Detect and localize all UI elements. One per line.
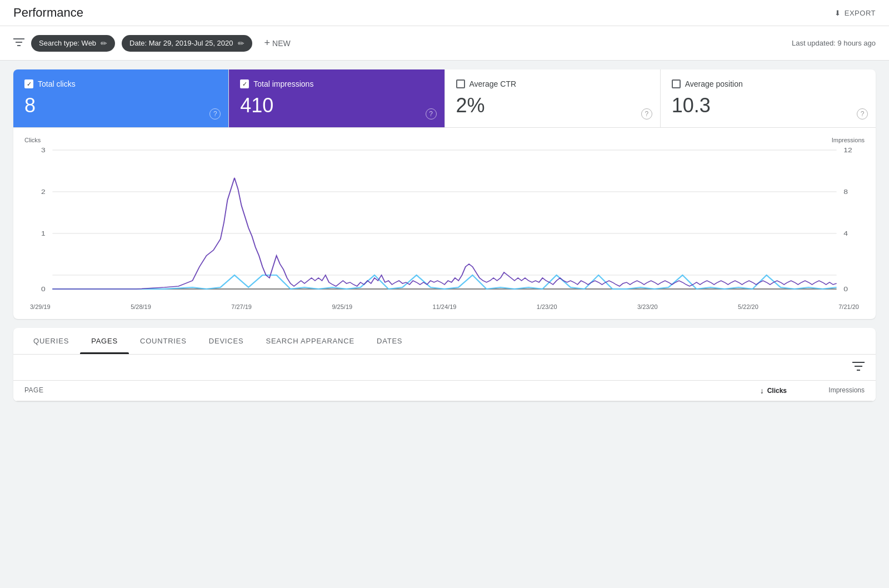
average-ctr-label: Average CTR — [470, 79, 517, 88]
average-position-checkbox[interactable] — [672, 79, 681, 88]
average-ctr-checkbox[interactable] — [456, 79, 465, 88]
table-header-row: Page ↓ Clicks Impressions — [13, 381, 876, 401]
x-label-0: 3/29/19 — [30, 303, 51, 310]
metric-total-clicks[interactable]: Total clicks 8 ? — [13, 69, 229, 127]
sort-filter-icon[interactable] — [852, 361, 865, 373]
tab-pages[interactable]: PAGES — [80, 328, 129, 354]
x-label-3: 9/25/19 — [332, 303, 352, 310]
chart-container: 3 2 1 0 12 8 4 0 — [24, 144, 865, 300]
metrics-card: Total clicks 8 ? Total impressions 410 ?… — [13, 69, 876, 319]
svg-text:0: 0 — [41, 286, 46, 292]
date-filter[interactable]: Date: Mar 29, 2019-Jul 25, 2020 ✏ — [122, 35, 252, 52]
col-impressions-header: Impressions — [787, 386, 865, 395]
chart-x-labels: 3/29/19 5/28/19 7/27/19 9/25/19 11/24/19… — [24, 303, 865, 310]
tab-search-appearance[interactable]: SEARCH APPEARANCE — [254, 328, 366, 354]
main-content: Total clicks 8 ? Total impressions 410 ?… — [0, 69, 889, 415]
average-position-value: 10.3 — [672, 94, 865, 117]
metric-average-ctr[interactable]: Average CTR 2% ? — [445, 69, 661, 127]
total-clicks-value: 8 — [24, 94, 217, 117]
total-impressions-value: 410 — [240, 94, 433, 117]
plus-icon: + — [264, 37, 271, 49]
chart-area: Clicks Impressions 3 2 1 0 1 — [13, 128, 876, 319]
filter-bar: Search type: Web ✏ Date: Mar 29, 2019-Ju… — [0, 26, 889, 61]
svg-text:1: 1 — [41, 230, 46, 237]
x-label-1: 5/28/19 — [131, 303, 151, 310]
table-toolbar — [13, 355, 876, 381]
svg-text:12: 12 — [843, 147, 852, 153]
average-ctr-info[interactable]: ? — [641, 108, 652, 119]
chart-y-right-label: Impressions — [832, 137, 865, 143]
x-label-4: 11/24/19 — [433, 303, 457, 310]
total-clicks-label: Total clicks — [38, 79, 76, 88]
x-label-6: 3/23/20 — [637, 303, 658, 310]
total-clicks-info[interactable]: ? — [209, 108, 221, 119]
total-clicks-checkbox[interactable] — [24, 79, 33, 88]
average-position-info[interactable]: ? — [857, 108, 868, 119]
svg-text:2: 2 — [41, 188, 46, 195]
x-label-7: 5/22/20 — [738, 303, 758, 310]
metrics-row: Total clicks 8 ? Total impressions 410 ?… — [13, 69, 876, 128]
last-updated: Last updated: 9 hours ago — [792, 39, 876, 47]
svg-text:8: 8 — [843, 188, 848, 195]
search-type-filter[interactable]: Search type: Web ✏ — [31, 35, 115, 52]
sort-arrow-down: ↓ — [760, 386, 764, 395]
top-bar: Performance ⬇ EXPORT — [0, 0, 889, 26]
x-label-8: 7/21/20 — [838, 303, 859, 310]
chart-svg: 3 2 1 0 12 8 4 0 — [24, 144, 865, 300]
average-ctr-value: 2% — [456, 94, 649, 117]
tab-dates[interactable]: DATES — [366, 328, 413, 354]
svg-text:0: 0 — [843, 286, 848, 292]
tab-queries[interactable]: QUERIES — [22, 328, 80, 354]
new-filter-button[interactable]: + NEW — [259, 34, 296, 52]
col-page-header: Page — [24, 386, 709, 395]
tabs-card: QUERIES PAGES COUNTRIES DEVICES SEARCH A… — [13, 328, 876, 401]
total-impressions-info[interactable]: ? — [426, 108, 437, 119]
filter-icon[interactable] — [13, 38, 24, 48]
total-impressions-checkbox[interactable] — [240, 79, 249, 88]
svg-text:4: 4 — [843, 230, 848, 237]
edit-icon: ✏ — [101, 39, 107, 48]
x-label-5: 1/23/20 — [537, 303, 557, 310]
edit-icon: ✏ — [238, 39, 244, 48]
x-label-2: 7/27/19 — [231, 303, 252, 310]
total-impressions-label: Total impressions — [253, 79, 313, 88]
metric-average-position[interactable]: Average position 10.3 ? — [661, 69, 876, 127]
svg-text:3: 3 — [41, 147, 46, 153]
page-title: Performance — [13, 6, 83, 20]
average-position-label: Average position — [685, 79, 743, 88]
tabs-row: QUERIES PAGES COUNTRIES DEVICES SEARCH A… — [13, 328, 876, 355]
col-clicks-header[interactable]: ↓ Clicks — [709, 386, 787, 395]
tab-devices[interactable]: DEVICES — [198, 328, 255, 354]
chart-y-left-label: Clicks — [24, 137, 41, 143]
export-button[interactable]: ⬇ EXPORT — [835, 9, 876, 17]
download-icon: ⬇ — [835, 9, 841, 17]
tab-countries[interactable]: COUNTRIES — [129, 328, 198, 354]
metric-total-impressions[interactable]: Total impressions 410 ? — [229, 69, 444, 127]
